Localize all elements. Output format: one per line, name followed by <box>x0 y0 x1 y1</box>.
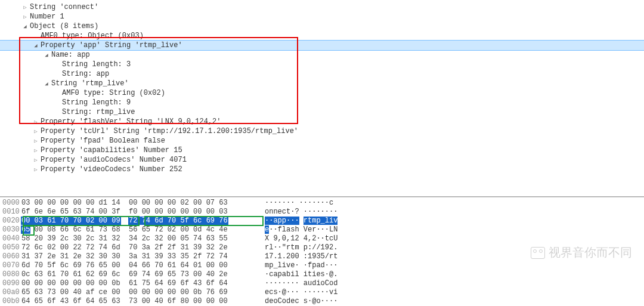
hex-offset: 0070 <box>0 261 21 270</box>
tree-row[interactable]: Property 'videoCodecs' Number 252 <box>0 165 644 174</box>
hex-ascii: e··flash Ver···LN <box>260 225 338 234</box>
tree-row[interactable]: Name: app <box>0 50 644 60</box>
expander-closed-icon[interactable] <box>21 12 29 21</box>
tree-label: Number 1 <box>30 12 64 21</box>
expander-closed-icon[interactable] <box>21 2 29 12</box>
hex-bytes: 65 63 73 00 40 af ce 00 00 00 00 00 00 0… <box>21 288 260 297</box>
hex-offset: 0000 <box>0 199 21 208</box>
tree-label: String length: 9 <box>62 98 131 107</box>
expander-closed-icon[interactable] <box>32 165 39 174</box>
hex-offset: 0040 <box>0 234 21 243</box>
hex-dump-pane[interactable]: 000003 00 00 00 00 00 d1 14 00 00 00 00 … <box>0 197 644 306</box>
tree-label: Property 'capabilities' Number 15 <box>41 146 182 155</box>
tree-label: Property 'audioCodecs' Number 4071 <box>41 155 187 165</box>
expander-open-icon[interactable] <box>43 79 50 88</box>
tree-row[interactable]: Property 'tcUrl' String 'rtmp://192.17.1… <box>0 126 644 136</box>
tree-label: Property 'tcUrl' String 'rtmp://192.17.1… <box>41 126 298 136</box>
expander-closed-icon[interactable] <box>32 155 39 165</box>
tree-row[interactable]: Property 'capabilities' Number 15 <box>0 146 644 155</box>
expander-open-icon[interactable] <box>43 50 50 60</box>
tree-row[interactable]: AMF0 type: String (0x02) <box>0 88 644 98</box>
hex-offset: 00b0 <box>0 297 21 306</box>
tree-label: String: rtmp_live <box>62 107 135 117</box>
hex-bytes: 64 65 6f 43 6f 64 65 63 73 00 40 6f 80 0… <box>21 297 260 306</box>
tree-row[interactable]: AMF0 type: Object (0x03) <box>0 31 644 41</box>
hex-row[interactable]: 000003 00 00 00 00 00 d1 14 00 00 00 00 … <box>0 199 644 208</box>
expander-closed-icon[interactable] <box>32 136 39 146</box>
hex-bytes: 00 00 00 00 00 00 00 0b 61 75 64 69 6f 4… <box>21 279 260 288</box>
tree-row[interactable]: String: app <box>0 69 644 79</box>
tree-label: Property 'fpad' Boolean false <box>41 136 165 146</box>
hex-ascii: ········ audioCod <box>260 279 338 288</box>
hex-ascii: onnect·? ········ <box>260 208 338 217</box>
packet-tree-pane[interactable]: String 'connect'Number 1Object (8 items)… <box>0 0 644 197</box>
hex-row[interactable]: 002000 03 61 70 70 02 00 09 72 74 6d 70 … <box>0 217 644 225</box>
tree-label: Property 'flashVer' String 'LNX 9,0,124,… <box>41 117 221 126</box>
expander-closed-icon[interactable] <box>32 146 39 155</box>
expander-open-icon[interactable] <box>21 21 29 31</box>
hex-offset: 00a0 <box>0 288 21 297</box>
tree-label: String length: 3 <box>62 60 131 69</box>
tree-row[interactable]: String length: 9 <box>0 98 644 107</box>
hex-bytes: 6d 70 5f 6c 69 76 65 00 04 66 70 61 64 0… <box>21 261 260 270</box>
hex-offset: 0090 <box>0 279 21 288</box>
hex-row[interactable]: 00800c 63 61 70 61 62 69 6c 69 74 69 65 … <box>0 270 644 279</box>
tree-label: String 'connect' <box>30 2 98 12</box>
hex-offset: 0010 <box>0 208 21 217</box>
tree-row[interactable]: Property 'audioCodecs' Number 4071 <box>0 155 644 165</box>
hex-bytes: 6f 6e 6e 65 63 74 00 3f f0 00 00 00 00 0… <box>21 208 260 217</box>
hex-offset: 0050 <box>0 243 21 252</box>
tree-label: String 'rtmp_live' <box>51 79 129 88</box>
hex-row[interactable]: 005072 6c 02 00 22 72 74 6d 70 3a 2f 2f … <box>0 243 644 252</box>
hex-bytes: 58 20 39 2c 30 2c 31 32 34 2c 32 00 05 7… <box>21 234 260 243</box>
hex-bytes: 03 00 00 00 00 00 d1 14 00 00 00 00 02 0… <box>21 199 260 208</box>
tree-row[interactable]: String 'connect' <box>0 2 644 12</box>
hex-ascii: rl··"rtm p://192. <box>260 243 338 252</box>
hex-row[interactable]: 00b064 65 6f 43 6f 64 65 63 73 00 40 6f … <box>0 297 644 306</box>
tree-row[interactable]: Property 'flashVer' String 'LNX 9,0,124,… <box>0 117 644 126</box>
tree-label: AMF0 type: String (0x02) <box>62 88 165 98</box>
hex-ascii: ··app··· rtmp_liv <box>260 217 338 225</box>
hex-offset: 0060 <box>0 252 21 261</box>
tree-label: Name: app <box>51 50 90 60</box>
tree-row[interactable]: Object (8 items) <box>0 21 644 31</box>
hex-offset: 0020 <box>0 217 21 225</box>
expander-open-icon[interactable] <box>32 41 39 50</box>
tree-row[interactable]: String length: 3 <box>0 60 644 69</box>
tree-label: Property 'videoCodecs' Number 252 <box>41 165 182 174</box>
expander-closed-icon[interactable] <box>32 126 39 136</box>
tree-row[interactable]: Number 1 <box>0 12 644 21</box>
tree-label: AMF0 type: Object (0x03) <box>41 31 144 41</box>
tree-label: Property 'app' String 'rtmp_live' <box>41 41 182 50</box>
hex-ascii: ecs·@··· ······vi <box>260 288 338 297</box>
tree-row[interactable]: String 'rtmp_live' <box>0 79 644 88</box>
expander-closed-icon[interactable] <box>32 117 39 126</box>
hex-ascii: X 9,0,12 4,2··tcU <box>260 234 338 243</box>
hex-ascii: 17.1.200 :1935/rt <box>260 252 338 261</box>
tree-row[interactable]: String: rtmp_live <box>0 107 644 117</box>
hex-row[interactable]: 003065 00 08 66 6c 61 73 68 56 65 72 02 … <box>0 225 644 234</box>
hex-ascii: mp_live· ·fpad··· <box>260 261 338 270</box>
hex-offset: 0080 <box>0 270 21 279</box>
hex-ascii: ·capabil ities·@. <box>260 270 338 279</box>
hex-row[interactable]: 00a065 63 73 00 40 af ce 00 00 00 00 00 … <box>0 288 644 297</box>
hex-row[interactable]: 00706d 70 5f 6c 69 76 65 00 04 66 70 61 … <box>0 261 644 270</box>
hex-row[interactable]: 00106f 6e 6e 65 63 74 00 3f f0 00 00 00 … <box>0 208 644 217</box>
tree-row[interactable]: Property 'fpad' Boolean false <box>0 136 644 146</box>
hex-bytes: 00 03 61 70 70 02 00 09 72 74 6d 70 5f 6… <box>21 217 260 225</box>
hex-row[interactable]: 006031 37 2e 31 2e 32 30 30 3a 31 39 33 … <box>0 252 644 261</box>
hex-bytes: 72 6c 02 00 22 72 74 6d 70 3a 2f 2f 31 3… <box>21 243 260 252</box>
hex-offset: 0030 <box>0 225 21 234</box>
hex-bytes: 65 00 08 66 6c 61 73 68 56 65 72 02 00 0… <box>21 225 260 234</box>
hex-ascii: ······· ·······c <box>260 199 333 208</box>
tree-label: String: app <box>62 69 109 79</box>
hex-row[interactable]: 009000 00 00 00 00 00 00 0b 61 75 64 69 … <box>0 279 644 288</box>
hex-bytes: 31 37 2e 31 2e 32 30 30 3a 31 39 33 35 2… <box>21 252 260 261</box>
tree-label: Object (8 items) <box>30 21 98 31</box>
tree-row[interactable]: Property 'app' String 'rtmp_live' <box>0 40 644 51</box>
hex-bytes: 0c 63 61 70 61 62 69 6c 69 74 69 65 73 0… <box>21 270 260 279</box>
hex-ascii: deoCodec s·@o···· <box>260 297 338 306</box>
hex-row[interactable]: 004058 20 39 2c 30 2c 31 32 34 2c 32 00 … <box>0 234 644 243</box>
